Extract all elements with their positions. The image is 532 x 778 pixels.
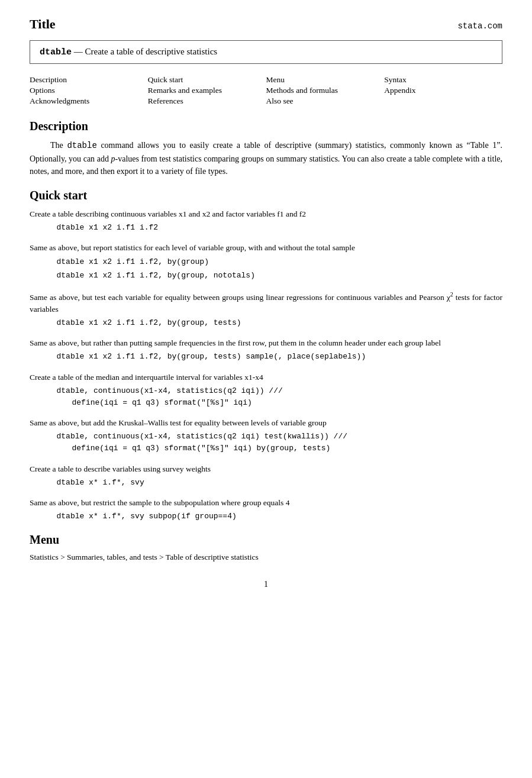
qs-item-6: Same as above, but add the Kruskal–Walli… <box>30 417 502 455</box>
qs-code-2b: dtable x1 x2 i.f1 i.f2, by(group, notota… <box>57 270 503 282</box>
nav-col3-row2[interactable]: Methods and formulas <box>266 85 385 96</box>
qs-code-4: dtable x1 x2 i.f1 i.f2, by(group, tests)… <box>57 351 503 363</box>
nav-table: Description Quick start Menu Syntax Opti… <box>30 75 502 106</box>
qs-code-3: dtable x1 x2 i.f1 i.f2, by(group, tests) <box>57 317 503 329</box>
description-heading: Description <box>30 120 502 133</box>
qs-code-6b: define(iqi = q1 q3) sformat("[%s]" iqi) … <box>72 443 503 454</box>
qs-item-3: Same as above, but test each variable fo… <box>30 290 502 329</box>
qs-code-1: dtable x1 x2 i.f1 i.f2 <box>57 222 503 234</box>
qs-item-4: Same as above, but rather than putting s… <box>30 337 502 363</box>
menu-path: Statistics > Summaries, tables, and test… <box>30 553 502 562</box>
menu-heading: Menu <box>30 533 502 547</box>
page-title: Title <box>30 17 56 32</box>
description-body: The dtable command allows you to easily … <box>30 139 502 178</box>
page: Title stata.com dtable — Create a table … <box>0 0 532 778</box>
title-box: dtable — Create a table of descriptive s… <box>30 40 502 64</box>
qs-item-2: Same as above, but report statistics for… <box>30 242 502 282</box>
qs-code-6a: dtable, continuous(x1-x4, statistics(q2 … <box>57 431 503 443</box>
nav-col1-row1[interactable]: Description <box>30 75 148 85</box>
qs-code-7: dtable x* i.f*, svy <box>57 477 503 489</box>
qs-desc-5: Create a table of the median and interqu… <box>30 372 502 383</box>
nav-col2-row1[interactable]: Quick start <box>148 75 266 85</box>
qs-code-8: dtable x* i.f*, svy subpop(if group==4) <box>57 511 503 522</box>
qs-item-8: Same as above, but restrict the sample t… <box>30 497 502 522</box>
qs-desc-4: Same as above, but rather than putting s… <box>30 337 502 349</box>
nav-col3-row1[interactable]: Menu <box>266 75 385 85</box>
qs-item-7: Create a table to describe variables usi… <box>30 463 502 489</box>
qs-item-1: Create a table describing continuous var… <box>30 208 502 234</box>
qs-desc-8: Same as above, but restrict the sample t… <box>30 497 502 509</box>
title-description: Create a table of descriptive statistics <box>85 47 218 56</box>
nav-col2-row2[interactable]: Remarks and examples <box>148 85 266 96</box>
quick-start-heading: Quick start <box>30 189 502 202</box>
separator: — <box>74 47 83 56</box>
qs-desc-2: Same as above, but report statistics for… <box>30 242 502 254</box>
command-name: dtable <box>40 47 72 57</box>
nav-col2-row3[interactable]: References <box>148 96 266 106</box>
nav-col1-row3[interactable]: Acknowledgments <box>30 96 148 106</box>
page-number: 1 <box>30 580 502 589</box>
qs-code-5a: dtable, continuous(x1-x4, statistics(q2 … <box>57 385 503 397</box>
header: Title stata.com <box>30 17 502 32</box>
qs-item-5: Create a table of the median and interqu… <box>30 372 502 409</box>
qs-code-5b: define(iqi = q1 q3) sformat("[%s]" iqi) <box>72 397 503 409</box>
site-label: stata.com <box>457 21 502 31</box>
qs-code-2a: dtable x1 x2 i.f1 i.f2, by(group) <box>57 256 503 268</box>
nav-col4-row1[interactable]: Syntax <box>384 75 502 85</box>
qs-desc-1: Create a table describing continuous var… <box>30 208 502 220</box>
qs-desc-7: Create a table to describe variables usi… <box>30 463 502 475</box>
nav-col1-row2[interactable]: Options <box>30 85 148 96</box>
qs-desc-6: Same as above, but add the Kruskal–Walli… <box>30 417 502 429</box>
nav-col4-row2[interactable]: Appendix <box>384 85 502 96</box>
nav-col3-row3[interactable]: Also see <box>266 96 385 106</box>
qs-desc-3: Same as above, but test each variable fo… <box>30 290 502 315</box>
